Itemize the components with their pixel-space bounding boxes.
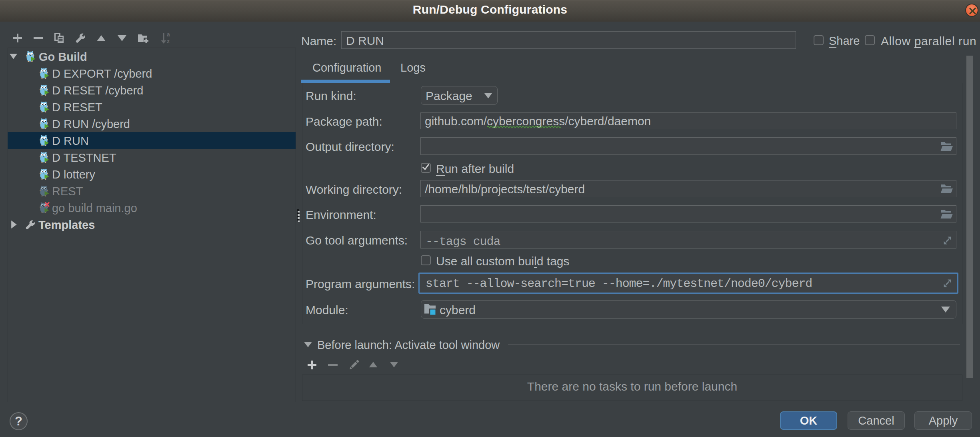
svg-text:a: a — [167, 32, 170, 38]
svg-text:z: z — [167, 38, 170, 44]
